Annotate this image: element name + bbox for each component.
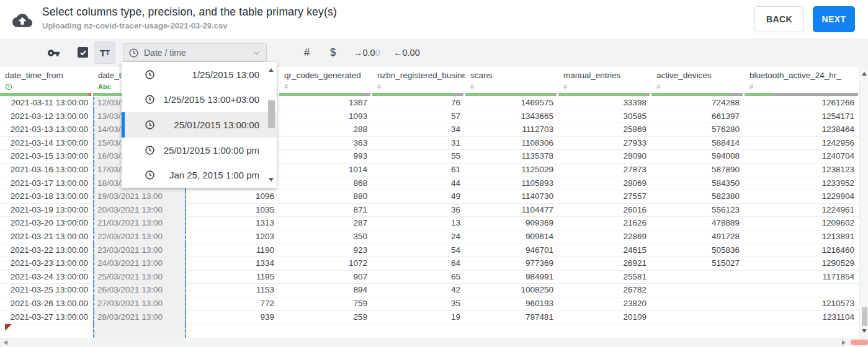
table-cell[interactable]: 2021-03-14 13:00:00 (0, 137, 93, 151)
table-cell[interactable]: 1195 (186, 271, 279, 284)
table-cell[interactable]: 946701 (465, 244, 558, 258)
table-cell[interactable]: 868 (279, 177, 372, 191)
table-cell[interactable]: 64 (372, 257, 465, 271)
column-header[interactable]: manual_entries# (558, 67, 651, 97)
table-cell[interactable]: 984991 (465, 271, 558, 284)
table-cell[interactable]: 759 (279, 297, 372, 311)
table-cell[interactable]: 1313 (186, 217, 279, 231)
table-cell[interactable]: 977369 (465, 257, 558, 271)
table-cell[interactable]: 25/03/2021 13:00 (93, 271, 186, 284)
table-cell[interactable]: 33398 (558, 97, 651, 110)
table-cell[interactable]: 1334 (186, 257, 279, 271)
table-cell[interactable]: 22/03/2021 13:00 (93, 231, 186, 244)
table-cell[interactable]: 515027 (651, 257, 745, 271)
table-cell[interactable]: 27933 (558, 137, 651, 151)
table-cell[interactable]: 2021-03-17 13:00:00 (0, 177, 93, 191)
table-cell[interactable] (651, 271, 745, 284)
column-header[interactable]: scans# (465, 67, 558, 97)
table-cell[interactable]: 1216460 (745, 244, 859, 258)
table-cell[interactable]: 2021-03-20 13:00:00 (0, 217, 93, 231)
table-cell[interactable]: 2021-03-18 13:00:00 (0, 190, 93, 204)
table-horizontal-scrollbar[interactable] (0, 338, 868, 347)
table-cell[interactable]: 1104477 (465, 204, 558, 217)
next-button[interactable]: NEXT (813, 6, 855, 32)
scroll-left-icon[interactable] (4, 340, 7, 345)
table-cell[interactable]: 1254171 (745, 110, 859, 124)
table-cell[interactable]: 26921 (558, 257, 651, 271)
table-cell[interactable]: 20/03/2021 13:00 (93, 204, 186, 217)
table-cell[interactable]: 584350 (651, 177, 745, 191)
table-cell[interactable]: 1233952 (745, 177, 859, 191)
table-cell[interactable]: 61 (372, 164, 465, 177)
table-cell[interactable]: 2021-03-23 13:00:00 (0, 257, 93, 271)
datetime-format-option[interactable]: 1/25/2015 13:00+03:00 (122, 87, 277, 113)
dropdown-scrollbar-thumb[interactable] (268, 100, 275, 128)
table-cell[interactable]: 1008250 (465, 284, 558, 297)
table-cell[interactable]: 42 (372, 284, 465, 297)
table-cell[interactable]: 21626 (558, 217, 651, 231)
table-cell[interactable]: 2021-03-19 13:00:00 (0, 204, 93, 217)
table-cell[interactable]: 871 (279, 204, 372, 217)
table-cell[interactable]: 1105893 (465, 177, 558, 191)
table-cell[interactable]: 2021-03-24 13:00:00 (0, 271, 93, 284)
table-cell[interactable]: 1213891 (745, 231, 859, 244)
table-cell[interactable]: 23/03/2021 13:00 (93, 244, 186, 258)
table-cell[interactable]: 31 (372, 137, 465, 151)
table-cell[interactable]: 909369 (465, 217, 558, 231)
table-cell[interactable]: 2021-03-15 13:00:00 (0, 150, 93, 164)
table-cell[interactable]: 588414 (651, 137, 745, 151)
vertical-scrollbar-thumb[interactable] (862, 307, 867, 326)
table-cell[interactable]: 478889 (651, 217, 745, 231)
table-cell[interactable]: 1035 (186, 204, 279, 217)
table-cell[interactable]: 2021-03-13 13:00:00 (0, 123, 93, 137)
table-vertical-scrollbar[interactable] (859, 67, 868, 338)
scroll-right-icon[interactable] (842, 340, 846, 345)
table-cell[interactable]: 20109 (558, 311, 651, 325)
table-cell[interactable]: 772 (186, 297, 279, 311)
column-header[interactable]: active_devices# (651, 67, 745, 97)
table-cell[interactable]: 28/03/2021 13:00 (93, 311, 186, 325)
table-cell[interactable]: 2021-03-22 13:00:00 (0, 244, 93, 258)
table-cell[interactable]: 576280 (651, 123, 745, 137)
table-cell[interactable]: 1224961 (745, 204, 859, 217)
table-cell[interactable]: 27/03/2021 13:00 (93, 297, 186, 311)
primary-key-button[interactable] (47, 38, 60, 67)
datetime-format-option[interactable]: 1/25/2015 13:00 (122, 62, 277, 87)
table-cell[interactable]: 907 (279, 271, 372, 284)
table-cell[interactable]: 582380 (651, 190, 745, 204)
table-cell[interactable]: 259 (279, 311, 372, 325)
table-cell[interactable] (651, 297, 745, 311)
table-cell[interactable]: 505836 (651, 244, 745, 258)
table-cell[interactable]: 1210573 (745, 297, 859, 311)
table-cell[interactable]: 880 (279, 190, 372, 204)
table-cell[interactable]: 1231104 (745, 311, 859, 325)
column-header[interactable]: qr_codes_generated# (279, 67, 372, 97)
table-cell[interactable]: 939 (186, 311, 279, 325)
dropdown-scrollbar[interactable] (267, 62, 276, 188)
table-cell[interactable]: 1171854 (745, 271, 859, 284)
column-header[interactable]: bluetooth_active_24_hr_# (745, 67, 859, 97)
datetime-format-select[interactable]: Date / time (123, 43, 267, 62)
table-cell[interactable]: 76 (372, 97, 465, 110)
back-button[interactable]: BACK (754, 6, 804, 32)
scroll-up-icon[interactable] (862, 72, 867, 76)
text-type-button[interactable]: TT (94, 42, 115, 64)
table-cell[interactable]: 1093 (279, 110, 372, 124)
table-cell[interactable]: 23820 (558, 297, 651, 311)
table-cell[interactable]: 35 (372, 297, 465, 311)
table-cell[interactable]: 2021-03-11 13:00:00 (0, 97, 93, 110)
table-cell[interactable]: 587890 (651, 164, 745, 177)
column-header[interactable]: date_time_from (0, 67, 93, 97)
table-cell[interactable]: 1112703 (465, 123, 558, 137)
table-cell[interactable]: 19 (372, 311, 465, 325)
datetime-format-option[interactable]: Jan 25, 2015 1:00 pm (122, 162, 277, 188)
table-cell[interactable]: 21/03/2021 13:00 (93, 217, 186, 231)
table-cell[interactable]: 1108306 (465, 137, 558, 151)
table-cell[interactable]: 25581 (558, 271, 651, 284)
table-cell[interactable]: 22869 (558, 231, 651, 244)
table-cell[interactable]: 1242956 (745, 137, 859, 151)
table-cell[interactable] (745, 284, 859, 297)
table-cell[interactable]: 26/03/2021 13:00 (93, 284, 186, 297)
table-cell[interactable]: 1135378 (465, 150, 558, 164)
table-cell[interactable]: 661397 (651, 110, 745, 124)
